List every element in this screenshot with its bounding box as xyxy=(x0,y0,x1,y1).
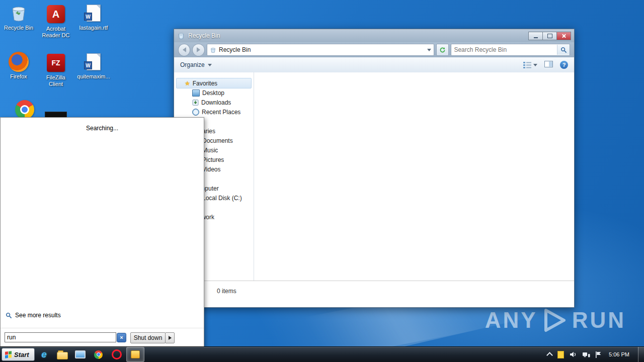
close-icon: × xyxy=(120,335,123,340)
chevron-down-icon[interactable] xyxy=(427,49,431,51)
minimize-icon xyxy=(534,37,538,38)
windows-flag-icon xyxy=(5,351,12,358)
see-more-results-label: See more results xyxy=(15,312,61,319)
minimize-button[interactable] xyxy=(528,32,543,40)
chrome-icon xyxy=(15,100,35,120)
desktop-icon-firefox[interactable]: Firefox xyxy=(2,52,35,80)
opera-icon xyxy=(112,349,122,359)
search-magnifier-button[interactable] xyxy=(557,45,570,55)
desktop-icon-label: Acrobat Reader DC xyxy=(39,26,72,39)
start-menu-divider xyxy=(1,328,204,328)
taskbar-media-button[interactable] xyxy=(72,347,89,361)
nav-label: Local Disk (C:) xyxy=(202,195,242,202)
close-button[interactable] xyxy=(557,32,571,40)
refresh-button[interactable] xyxy=(436,44,449,56)
internet-explorer-icon: e xyxy=(41,349,47,360)
desktop-mini-icon xyxy=(192,89,200,97)
refresh-icon xyxy=(439,47,446,53)
details-pane: 0 items xyxy=(174,281,574,307)
desktop-icon-recycle-bin[interactable]: Recycle Bin xyxy=(2,3,35,31)
taskbar-explorer-button[interactable] xyxy=(54,347,71,361)
searching-status: Searching... xyxy=(1,118,204,132)
forward-arrow-icon xyxy=(197,47,200,52)
nav-label: Favorites xyxy=(193,80,217,87)
help-button[interactable]: ? xyxy=(560,61,568,69)
recent-places-mini-icon xyxy=(192,109,199,116)
system-tray: 5:06 PM xyxy=(547,347,644,362)
explorer-window: Recycle Bin Recycle Bin xyxy=(174,29,575,308)
chevron-down-icon xyxy=(208,64,212,66)
back-button[interactable] xyxy=(178,44,190,56)
firefox-icon xyxy=(9,52,29,72)
command-toolbar: Organize ? xyxy=(174,57,574,73)
taskbar-chrome-button[interactable] xyxy=(90,347,107,361)
start-search-input[interactable] xyxy=(5,332,116,342)
shut-down-options-button[interactable] xyxy=(165,332,175,343)
nav-label: Desktop xyxy=(202,89,224,97)
taskbar-active-app-button[interactable] xyxy=(126,347,144,362)
nav-item-desktop[interactable]: Desktop xyxy=(174,88,252,98)
window-title: Recycle Bin xyxy=(188,32,220,39)
nav-item-recent-places[interactable]: Recent Places xyxy=(174,107,252,117)
anyrun-watermark: ANY RUN xyxy=(485,308,626,333)
nav-label: Downloads xyxy=(201,99,231,106)
favorites-star-icon: ★ xyxy=(185,80,190,86)
nav-label: Music xyxy=(202,147,218,154)
filezilla-icon: FZ xyxy=(46,53,66,73)
acrobat-glyph: A xyxy=(52,11,59,18)
desktop-icon-quitemaxim[interactable]: W quitemaxim... xyxy=(77,52,110,80)
watermark-text-right: RUN xyxy=(572,308,626,333)
nav-item-downloads[interactable]: Downloads xyxy=(174,98,252,107)
clock[interactable]: 5:06 PM xyxy=(609,351,629,357)
show-hidden-icons-button[interactable] xyxy=(546,352,553,358)
toolbar-right-icons: ? xyxy=(523,60,568,69)
close-icon xyxy=(561,34,566,38)
desktop-icon-filezilla[interactable]: FZ FileZilla Client xyxy=(39,53,72,87)
desktop-icon-lastagain[interactable]: W lastagain.rtf xyxy=(77,3,110,31)
volume-icon[interactable] xyxy=(570,351,577,357)
desktop-icon-acrobat[interactable]: A Acrobat Reader DC xyxy=(39,4,72,39)
network-icon[interactable] xyxy=(583,351,590,357)
forward-button[interactable] xyxy=(192,44,204,56)
preview-pane-button[interactable] xyxy=(544,60,553,69)
start-menu: Searching... See more results × Shut dow… xyxy=(0,117,204,348)
downloads-mini-icon xyxy=(192,100,199,106)
shut-down-button[interactable]: Shut down xyxy=(130,332,166,343)
show-desktop-button[interactable] xyxy=(638,347,644,362)
shut-down-label: Shut down xyxy=(134,334,163,341)
organize-button[interactable]: Organize xyxy=(180,61,212,68)
desktop-root: { "glyphs": { "word": "W", "filezilla": … xyxy=(0,0,644,362)
window-titlebar[interactable]: Recycle Bin xyxy=(174,29,574,42)
action-center-flag-icon[interactable] xyxy=(596,351,601,358)
start-button-label: Start xyxy=(14,351,29,358)
recycle-bin-icon xyxy=(9,3,29,23)
word-glyph: W xyxy=(84,13,92,21)
nav-favorites[interactable]: ★ Favorites xyxy=(176,78,252,88)
clear-search-button[interactable]: × xyxy=(117,333,126,342)
nav-label: Documents xyxy=(202,137,233,144)
file-list-area[interactable] xyxy=(254,72,574,281)
start-button[interactable]: Start xyxy=(2,348,35,361)
taskbar: Start e 5:06 PM xyxy=(0,346,644,362)
address-box[interactable]: Recycle Bin xyxy=(207,44,434,56)
folder-icon xyxy=(57,352,68,359)
desktop-icon-label: lastagain.rtf xyxy=(77,25,110,31)
word-doc-icon: W xyxy=(84,52,104,72)
explorer-search-box[interactable] xyxy=(451,44,570,56)
acrobat-icon: A xyxy=(46,4,66,24)
change-view-button[interactable] xyxy=(523,62,537,68)
nav-label: Pictures xyxy=(202,156,224,163)
explorer-search-input[interactable] xyxy=(451,46,557,53)
taskbar-opera-button[interactable] xyxy=(108,347,125,361)
monitor-icon xyxy=(75,350,86,358)
search-icon xyxy=(6,312,12,319)
nav-label: Recent Places xyxy=(202,109,240,116)
chevron-right-icon xyxy=(169,336,172,340)
filezilla-glyph: FZ xyxy=(51,60,60,66)
see-more-results-link[interactable]: See more results xyxy=(6,312,61,319)
taskbar-ie-button[interactable]: e xyxy=(36,347,53,361)
notification-icon[interactable] xyxy=(557,351,564,358)
maximize-button[interactable] xyxy=(543,32,557,40)
word-doc-icon: W xyxy=(84,3,104,23)
nav-label: Videos xyxy=(202,166,220,173)
